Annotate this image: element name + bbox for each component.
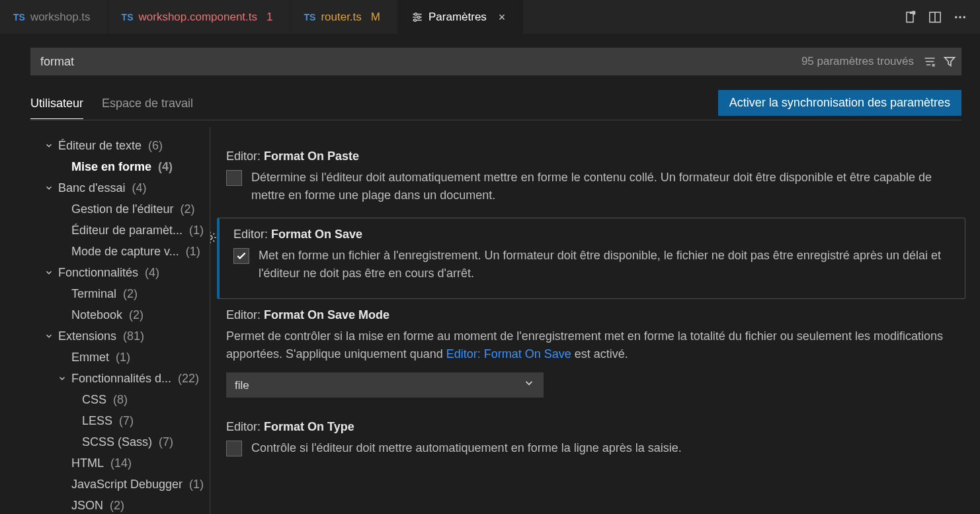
toc-item[interactable]: Notebook(2) (30, 304, 210, 325)
toc-item-label: Mise en forme (71, 156, 151, 177)
setting-description: Détermine si l'éditeur doit automatiquem… (251, 169, 958, 204)
setting-key: Format On Save (271, 228, 362, 241)
tab-workshop[interactable]: TS workshop.ts (0, 0, 108, 34)
toc-item-label: Terminal (71, 283, 116, 304)
split-editor-icon[interactable] (928, 11, 942, 24)
tab-settings[interactable]: Paramètres × (398, 0, 523, 34)
toc-item-label: Notebook (71, 304, 122, 325)
svg-point-1 (415, 13, 417, 15)
svg-point-9 (959, 16, 961, 19)
toc-item-label: SCSS (Sass) (82, 431, 152, 452)
close-icon[interactable]: × (499, 11, 506, 23)
toc-item[interactable]: Gestion de l'éditeur(2) (30, 198, 210, 220)
settings-list: Editor: Format On Paste Détermine si l'é… (210, 127, 980, 514)
filter-icon[interactable] (943, 55, 956, 68)
toc-item[interactable]: Banc d'essai(4) (30, 177, 210, 198)
clear-search-icon[interactable] (923, 55, 936, 68)
chevron-down-icon (523, 376, 535, 394)
chevron-down-icon (44, 268, 54, 277)
toc-item[interactable]: CSS(8) (30, 389, 210, 410)
toc-item[interactable]: Éditeur de paramèt...(1) (30, 220, 210, 241)
setting-format-on-type: Editor: Format On Type Contrôle si l'édi… (226, 411, 964, 470)
select-value: file (235, 376, 249, 394)
toc-item-count: (1) (186, 241, 200, 262)
checkbox-format-on-paste[interactable] (226, 170, 242, 186)
toc-item[interactable]: Éditeur de texte(6) (30, 135, 210, 156)
tab-actions (890, 0, 980, 34)
checkbox-format-on-type[interactable] (226, 441, 242, 456)
scope-tab-workspace[interactable]: Espace de travail (102, 91, 193, 118)
toc-item[interactable]: JSON(2) (30, 495, 210, 514)
select-format-on-save-mode[interactable]: file (226, 372, 544, 398)
chevron-down-icon (44, 141, 54, 150)
toc-item-label: Mode de capture v... (71, 241, 179, 262)
toc-item-count: (14) (110, 452, 132, 474)
toc-item[interactable]: HTML(14) (30, 452, 210, 474)
toc-item[interactable]: LESS(7) (30, 410, 210, 431)
toc-item-count: (4) (158, 156, 173, 177)
chevron-down-icon (57, 374, 67, 383)
setting-prefix: Editor: (226, 308, 264, 321)
settings-sliders-icon (411, 11, 423, 23)
toc-item[interactable]: SCSS (Sass)(7) (30, 431, 210, 452)
tab-label: workshop.component.ts (138, 11, 257, 24)
toc-item[interactable]: JavaScript Debugger(1) (30, 474, 210, 495)
setting-description-after: est activé. (571, 347, 628, 361)
gear-icon[interactable] (210, 231, 217, 246)
setting-format-on-paste: Editor: Format On Paste Détermine si l'é… (226, 140, 964, 218)
svg-point-8 (955, 16, 958, 19)
toc-item[interactable]: Emmet(1) (30, 347, 210, 368)
toc-item-count: (8) (113, 389, 128, 410)
toc-item-count: (1) (189, 220, 204, 241)
toc-item-label: Fonctionnalités d... (71, 368, 171, 389)
toc-item-label: Emmet (71, 347, 109, 368)
setting-description: Met en forme un fichier à l'enregistreme… (259, 247, 952, 282)
setting-prefix: Editor: (226, 420, 264, 433)
toc-item[interactable]: Terminal(2) (30, 283, 210, 304)
toc-item[interactable]: Extensions(81) (30, 325, 210, 347)
toc-item-count: (2) (123, 283, 138, 304)
toc-item[interactable]: Mise en forme(4) (30, 156, 210, 177)
typescript-icon: TS (13, 12, 25, 22)
toc-item[interactable]: Mode de capture v...(1) (30, 241, 210, 262)
scope-tab-user[interactable]: Utilisateur (30, 91, 83, 119)
tab-router[interactable]: TS router.ts M (291, 0, 398, 34)
setting-description: Contrôle si l'éditeur doit mettre automa… (251, 439, 682, 457)
toc-item-count: (81) (123, 325, 144, 347)
search-result-count: 95 paramètres trouvés (801, 55, 914, 68)
toc-item-count: (7) (159, 431, 173, 452)
toc-item-label: JavaScript Debugger (71, 474, 183, 495)
tab-label: workshop.ts (30, 11, 91, 24)
checkbox-format-on-save[interactable] (233, 248, 249, 264)
enable-settings-sync-button[interactable]: Activer la synchronisation des paramètre… (718, 90, 961, 116)
setting-key: Format On Paste (264, 150, 359, 163)
toc-item[interactable]: Fonctionnalités d...(22) (30, 368, 210, 389)
toc-item-label: Éditeur de texte (58, 135, 142, 156)
settings-toc: Éditeur de texte(6)Mise en forme(4)Banc … (9, 127, 210, 514)
toc-item-count: (2) (110, 495, 124, 514)
toc-item[interactable]: Fonctionnalités(4) (30, 262, 210, 283)
setting-key: Format On Type (264, 420, 354, 433)
toc-item-count: (7) (119, 410, 134, 431)
more-actions-icon[interactable] (954, 11, 967, 24)
open-in-json-icon[interactable] (903, 11, 917, 24)
tab-workshop-component[interactable]: TS workshop.component.ts 1 (108, 0, 291, 34)
typescript-icon: TS (122, 12, 134, 22)
setting-format-on-save-mode: Editor: Format On Save Mode Permet de co… (226, 299, 964, 411)
toc-item-count: (6) (148, 135, 163, 156)
tab-problem-count: 1 (266, 11, 272, 24)
toc-item-count: (4) (145, 262, 159, 283)
toc-item-count: (2) (129, 304, 143, 325)
toc-item-label: CSS (82, 389, 106, 410)
toc-item-label: Extensions (58, 325, 116, 347)
toc-item-count: (2) (181, 198, 195, 220)
setting-key: Format On Save Mode (264, 308, 389, 321)
editor-tabs-bar: TS workshop.ts TS workshop.component.ts … (0, 0, 980, 34)
toc-item-count: (1) (189, 474, 204, 495)
toc-item-label: HTML (71, 452, 104, 474)
search-query-text: format (40, 55, 74, 69)
toc-item-count: (22) (178, 368, 199, 389)
setting-link-format-on-save[interactable]: Editor: Format On Save (446, 347, 571, 361)
setting-prefix: Editor: (233, 228, 271, 241)
tab-modified-badge: M (371, 11, 380, 24)
